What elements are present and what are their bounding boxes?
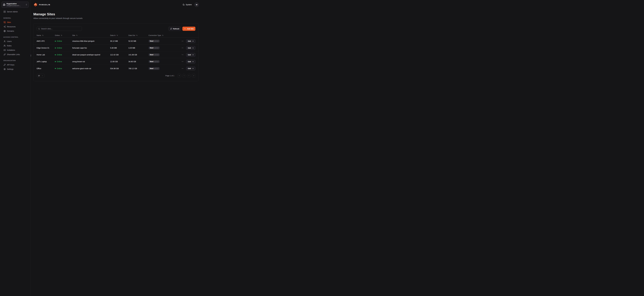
connection-type-cell: Newt v1.3.2 bbox=[148, 60, 177, 63]
site-id-cell: fortunate-cape-fox bbox=[72, 47, 110, 49]
org-selector-value: milo@fossorial.io's ... bbox=[6, 5, 24, 7]
more-actions-button[interactable] bbox=[182, 54, 184, 56]
pangolin-logo-icon bbox=[33, 2, 38, 7]
sidebar-item-label: Server Admin bbox=[7, 11, 18, 13]
sidebar-item-shareable-links[interactable]: Shareable Links bbox=[0, 52, 30, 57]
sidebar-item-settings[interactable]: Settings bbox=[0, 67, 30, 71]
more-actions-button[interactable] bbox=[182, 68, 184, 70]
edit-button[interactable]: Edit bbox=[186, 53, 196, 57]
sidebar-item-api-keys[interactable]: API Keys bbox=[0, 62, 30, 67]
online-status-cell: Online bbox=[55, 54, 72, 56]
column-header-online[interactable]: Online bbox=[55, 34, 72, 36]
online-status-label: Online bbox=[57, 47, 62, 49]
edit-button[interactable]: Edit bbox=[186, 60, 196, 64]
sidebar-section-organization: ORGANIZATION bbox=[0, 60, 30, 61]
row-actions: Edit bbox=[177, 39, 198, 43]
sidebar-item-roles[interactable]: Roles bbox=[0, 44, 30, 48]
page-title: Manage Sites bbox=[33, 12, 198, 16]
online-dot-icon bbox=[55, 48, 56, 48]
chevron-left-icon bbox=[183, 75, 185, 76]
edit-button[interactable]: Edit bbox=[186, 66, 196, 70]
connection-type-badge: Newt v1.3.2 bbox=[148, 46, 160, 49]
more-actions-button[interactable] bbox=[182, 47, 184, 49]
theme-toggle[interactable]: System bbox=[183, 4, 192, 6]
more-actions-button[interactable] bbox=[182, 40, 184, 42]
sort-icon bbox=[42, 35, 44, 36]
column-header-connection-type[interactable]: Connection Type bbox=[148, 34, 177, 36]
edit-button-label: Edit bbox=[188, 68, 191, 70]
client-version: v1.3.2 bbox=[154, 61, 158, 62]
online-dot-icon bbox=[55, 61, 56, 62]
ticket-check-icon bbox=[4, 49, 6, 51]
column-header-data-out[interactable]: Data Out bbox=[128, 34, 148, 36]
next-page-button[interactable] bbox=[187, 74, 190, 78]
chevron-right-icon bbox=[188, 75, 190, 76]
sidebar-item-domains[interactable]: Domains bbox=[0, 29, 30, 33]
search-box bbox=[36, 27, 82, 31]
top-bar: PANGOLIN System M bbox=[33, 0, 198, 7]
connection-type-cell: Newt v1.3.2 bbox=[148, 53, 177, 56]
sidebar-item-label: Invitations bbox=[7, 49, 15, 51]
column-header-name[interactable]: Name bbox=[34, 34, 55, 36]
online-status-cell: Online bbox=[55, 60, 72, 62]
arrow-right-icon bbox=[192, 47, 194, 49]
sites-table: Name Online Site Data In Data Out bbox=[34, 33, 198, 72]
link-icon bbox=[4, 54, 6, 56]
arrow-right-icon bbox=[192, 54, 194, 56]
chevrons-up-down-icon bbox=[26, 4, 27, 6]
prev-page-button[interactable] bbox=[182, 74, 186, 78]
site-id-cell: vivacious-little-blue-penguin bbox=[72, 40, 110, 42]
data-out-cell: 780.12 GB bbox=[128, 68, 148, 70]
connection-type-badge: Newt v1.3.2 bbox=[148, 40, 160, 42]
combine-icon bbox=[4, 21, 6, 23]
table-row: Office Online welcome-giant-mole-rat 534… bbox=[34, 65, 198, 72]
refresh-button[interactable]: Refresh bbox=[168, 27, 181, 31]
connection-type-cell: Newt v1.3.2 bbox=[148, 40, 177, 42]
sidebar-item-server-admin[interactable]: Server Admin bbox=[0, 10, 30, 14]
connection-type-badge: Newt v1.3.2 bbox=[148, 53, 160, 56]
sidebar-section-general: GENERAL bbox=[0, 17, 30, 19]
sidebar-item-invitations[interactable]: Invitations bbox=[0, 48, 30, 52]
client-name: Newt bbox=[150, 40, 154, 42]
site-id-cell: dead-san-joaquin-antelope-squirrel bbox=[72, 54, 110, 56]
site-name-cell: Edge Device 01 bbox=[34, 47, 55, 49]
edit-button-label: Edit bbox=[188, 61, 191, 62]
more-actions-button[interactable] bbox=[182, 60, 184, 62]
refresh-button-label: Refresh bbox=[173, 28, 179, 30]
chevrons-right-icon bbox=[193, 75, 194, 76]
column-header-label: Online bbox=[55, 34, 60, 36]
column-header-site[interactable]: Site bbox=[72, 34, 110, 36]
sidebar-item-resources[interactable]: Resources bbox=[0, 24, 30, 29]
first-page-button[interactable] bbox=[178, 74, 181, 78]
site-name-cell: Jeff's Laptop bbox=[34, 60, 55, 62]
data-in-cell: 534.98 GB bbox=[110, 68, 128, 70]
page-size-select[interactable]: 20 bbox=[36, 74, 44, 78]
sidebar-section-access-control: ACCESS CONTROL bbox=[0, 36, 30, 38]
column-header-label: Site bbox=[72, 34, 75, 36]
org-selector-label: Organization bbox=[6, 3, 24, 5]
connection-type-badge: Newt v1.3.2 bbox=[148, 60, 160, 63]
organization-selector[interactable]: Organization milo@fossorial.io's ... bbox=[2, 2, 29, 8]
edit-button-label: Edit bbox=[188, 47, 191, 49]
sidebar-scrollbar-thumb[interactable] bbox=[31, 54, 31, 56]
search-input[interactable] bbox=[41, 28, 80, 30]
building-icon bbox=[3, 4, 5, 6]
table-row: Jeff's Laptop Online smug-brown-rat 12.6… bbox=[34, 58, 198, 65]
search-icon bbox=[38, 28, 40, 30]
edit-button[interactable]: Edit bbox=[186, 46, 196, 50]
last-page-button[interactable] bbox=[192, 74, 196, 78]
column-header-data-in[interactable]: Data In bbox=[110, 34, 128, 36]
sidebar-item-users[interactable]: Users bbox=[0, 39, 30, 44]
sidebar-item-sites[interactable]: Sites bbox=[0, 20, 30, 24]
key-icon bbox=[4, 64, 6, 66]
avatar[interactable]: M bbox=[194, 3, 198, 7]
users-icon bbox=[4, 45, 6, 47]
edit-button-label: Edit bbox=[188, 40, 191, 42]
column-header-label: Data In bbox=[110, 34, 116, 36]
theme-toggle-label: System bbox=[186, 4, 192, 6]
card-footer: 20 Page 1 of 1 bbox=[34, 72, 198, 78]
row-actions: Edit bbox=[177, 66, 198, 70]
connection-type-cell: Newt v1.3.2 bbox=[148, 67, 177, 70]
edit-button[interactable]: Edit bbox=[186, 39, 196, 43]
add-site-button[interactable]: Add Site bbox=[182, 27, 196, 31]
